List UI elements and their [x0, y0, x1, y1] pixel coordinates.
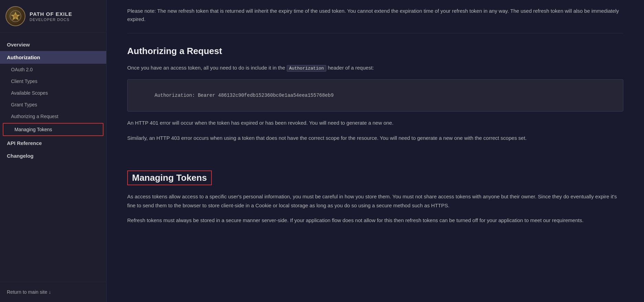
- authorizing-para2: Similarly, an HTTP 403 error occurs when…: [127, 134, 623, 143]
- return-to-main-link[interactable]: Return to main site ↓: [7, 289, 51, 295]
- sidebar-bottom: Return to main site ↓: [0, 282, 106, 302]
- managing-para1: As access tokens allow access to a speci…: [127, 192, 623, 210]
- sidebar-nav: Overview Authorization OAuth 2.0 Client …: [0, 33, 106, 282]
- logo-icon: [6, 6, 25, 26]
- sidebar: Path of Exile Developer Docs Overview Au…: [0, 0, 107, 302]
- authorizing-intro-para: Once you have an access token, all you n…: [127, 63, 623, 72]
- logo-text-area: Path of Exile Developer Docs: [30, 11, 72, 22]
- managing-para2: Refresh tokens must always be stored in …: [127, 216, 623, 225]
- section-authorizing: Authorizing a Request Once you have an a…: [127, 33, 623, 158]
- logo-subtitle: Developer Docs: [30, 18, 72, 22]
- sidebar-item-changelog[interactable]: Changelog: [0, 149, 106, 162]
- poe-logo-svg: [9, 10, 22, 22]
- authorizing-title: Authorizing a Request: [127, 46, 623, 56]
- authorizing-intro-text: Once you have an access token, all you n…: [127, 65, 287, 71]
- authorization-inline-code: Authorization: [287, 65, 326, 72]
- logo-area: Path of Exile Developer Docs: [0, 0, 106, 33]
- logo-title: Path of Exile: [30, 11, 72, 17]
- sidebar-item-managing-tokens[interactable]: Managing Tokens: [3, 123, 103, 136]
- authorization-code-block: Authorization: Bearer 486132c90fedb15236…: [127, 79, 623, 112]
- section-managing: Managing Tokens As access tokens allow a…: [127, 158, 623, 241]
- code-block-text: Authorization: Bearer 486132c90fedb15236…: [154, 93, 334, 98]
- sidebar-item-available-scopes[interactable]: Available Scopes: [0, 87, 106, 99]
- sidebar-item-overview[interactable]: Overview: [0, 38, 106, 51]
- sidebar-item-api-reference[interactable]: API Reference: [0, 137, 106, 149]
- sidebar-item-client-types[interactable]: Client Types: [0, 75, 106, 87]
- managing-tokens-title: Managing Tokens: [127, 170, 212, 185]
- top-note: Please note: The new refresh token that …: [127, 0, 623, 33]
- sidebar-item-authorization[interactable]: Authorization: [0, 51, 106, 64]
- sidebar-item-oauth2[interactable]: OAuth 2.0: [0, 64, 106, 75]
- authorizing-para1: An HTTP 401 error will occur when the to…: [127, 118, 623, 127]
- sidebar-item-authorizing-request[interactable]: Authorizing a Request: [0, 111, 106, 122]
- main-content: Please note: The new refresh token that …: [107, 0, 644, 302]
- sidebar-item-grant-types[interactable]: Grant Types: [0, 99, 106, 111]
- top-note-text: Please note: The new refresh token that …: [127, 8, 619, 22]
- authorizing-intro-end: header of a request:: [326, 65, 374, 71]
- svg-point-2: [14, 14, 17, 18]
